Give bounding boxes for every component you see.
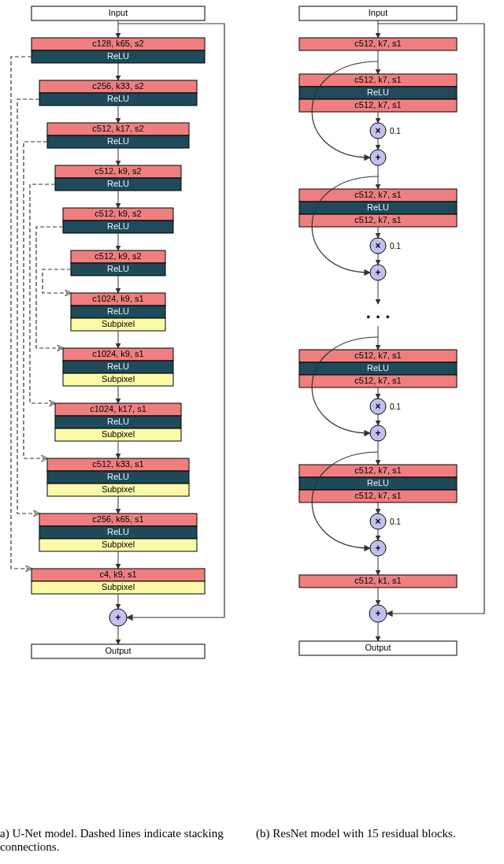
svg-text:Subpixel: Subpixel (102, 484, 135, 494)
unet-enc-2: c256, k33, s2 ReLU (39, 80, 197, 106)
resnet-block-1: c512, k7, s1 ReLU c512, k7, s1 × 0.1 + (299, 61, 457, 165)
svg-text:Output: Output (105, 646, 131, 655)
svg-text:ReLU: ReLU (367, 87, 389, 97)
svg-text:c1024, k17, s1: c1024, k17, s1 (90, 404, 146, 413)
svg-text:0.1: 0.1 (390, 517, 401, 526)
svg-text:c512, k7, s1: c512, k7, s1 (354, 39, 401, 48)
svg-text:ReLU: ReLU (107, 527, 129, 536)
svg-text:Subpixel: Subpixel (102, 319, 135, 328)
svg-text:c512, k7, s1: c512, k7, s1 (354, 465, 401, 475)
unet-enc-4: c512, k9, s2 ReLU (55, 165, 181, 191)
svg-text:c512, k7, s1: c512, k7, s1 (354, 350, 401, 360)
svg-text:ReLU: ReLU (107, 51, 129, 61)
svg-text:c1024, k9, s1: c1024, k9, s1 (92, 349, 143, 358)
svg-text:Output: Output (365, 643, 391, 652)
unet-enc-1: c128, k65, s2 ReLU (32, 38, 205, 63)
unet-enc-5: c512, k9, s2 ReLU (63, 208, 173, 233)
resnet-tail: c512, k1, s1 (299, 575, 457, 588)
svg-text:0.1: 0.1 (390, 242, 401, 250)
svg-text:+: + (375, 267, 380, 278)
svg-text:Input: Input (369, 8, 387, 17)
svg-text:0.1: 0.1 (390, 127, 401, 135)
resnet-block-2: c512, k7, s1 ReLU c512, k7, s1 × 0.1 + (299, 176, 457, 280)
unet-dec-1: c1024, k9, s1 ReLU Subpixel (71, 293, 165, 331)
resnet-block-n1: c512, k7, s1 ReLU c512, k7, s1 × 0.1 + (299, 337, 457, 441)
svg-text:c4, k9, s1: c4, k9, s1 (99, 569, 136, 579)
svg-text:×: × (375, 240, 380, 251)
svg-text:c512, k9, s2: c512, k9, s2 (94, 166, 141, 176)
unet-enc-3: c512, k17, s2 ReLU (47, 123, 189, 148)
svg-text:+: + (375, 608, 380, 619)
svg-text:c512, k7, s1: c512, k7, s1 (354, 376, 401, 385)
svg-text:c512, k7, s1: c512, k7, s1 (354, 215, 401, 224)
unet-final: c4, k9, s1 Subpixel (32, 569, 205, 594)
svg-text:ReLU: ReLU (107, 94, 129, 103)
svg-text:×: × (375, 125, 380, 136)
svg-text:c1024, k9, s1: c1024, k9, s1 (92, 294, 143, 303)
svg-text:c512, k33, s1: c512, k33, s1 (92, 459, 143, 469)
unet-dec-5: c256, k65, s1 ReLU Subpixel (39, 514, 197, 551)
svg-text:c512, k7, s1: c512, k7, s1 (354, 491, 401, 500)
unet-input: Input (32, 6, 205, 20)
unet-column: Input c128, k65, s2 ReLU c256, k33, s2 R… (11, 6, 224, 658)
svg-text:+: + (375, 152, 380, 163)
svg-text:0.1: 0.1 (390, 402, 401, 411)
resnet-output: Output (299, 641, 457, 655)
resnet-input: Input (299, 6, 457, 20)
svg-text:Input: Input (109, 8, 128, 17)
caption-right: (b) ResNet model with 15 residual blocks… (256, 827, 504, 840)
svg-text:c512, k7, s1: c512, k7, s1 (354, 75, 401, 84)
svg-text:ReLU: ReLU (367, 363, 389, 373)
resnet-add: + (369, 605, 387, 622)
svg-text:×: × (375, 516, 380, 527)
unet-add: + (109, 609, 127, 626)
svg-text:c256, k65, s1: c256, k65, s1 (92, 514, 143, 524)
svg-text:ReLU: ReLU (107, 264, 129, 273)
svg-text:. . .: . . . (366, 302, 391, 322)
svg-text:Subpixel: Subpixel (102, 540, 135, 549)
svg-text:ReLU: ReLU (107, 306, 129, 316)
svg-text:Subpixel: Subpixel (102, 429, 135, 439)
svg-text:ReLU: ReLU (367, 478, 389, 488)
unet-output: Output (32, 644, 205, 658)
svg-text:c512, k7, s1: c512, k7, s1 (354, 190, 401, 199)
unet-dec-4: c512, k33, s1 ReLU Subpixel (47, 458, 189, 496)
caption-left: a) U-Net model. Dashed lines indicate st… (0, 827, 244, 854)
svg-text:c512, k9, s2: c512, k9, s2 (94, 209, 141, 218)
svg-text:+: + (375, 543, 380, 554)
svg-text:c256, k33, s2: c256, k33, s2 (92, 81, 143, 91)
svg-text:c512, k1, s1: c512, k1, s1 (354, 576, 401, 585)
svg-text:ReLU: ReLU (107, 417, 129, 426)
svg-text:ReLU: ReLU (107, 179, 129, 188)
svg-text:c512, k9, s2: c512, k9, s2 (94, 251, 141, 261)
svg-text:c512, k7, s1: c512, k7, s1 (354, 100, 401, 109)
svg-text:c128, k65, s2: c128, k65, s2 (92, 39, 143, 48)
svg-text:+: + (375, 428, 380, 439)
svg-text:Subpixel: Subpixel (102, 582, 135, 591)
resnet-column: Input c512, k7, s1 c512, k7, s1 ReLU c51… (299, 6, 484, 655)
svg-text:×: × (375, 401, 380, 412)
unet-enc-6: c512, k9, s2 ReLU (71, 250, 165, 276)
svg-text:ReLU: ReLU (107, 221, 129, 231)
svg-text:ReLU: ReLU (107, 472, 129, 481)
svg-text:Subpixel: Subpixel (102, 374, 135, 384)
resnet-block-n: c512, k7, s1 ReLU c512, k7, s1 × 0.1 + (299, 452, 457, 556)
resnet-stem: c512, k7, s1 (299, 38, 457, 50)
svg-text:ReLU: ReLU (107, 136, 129, 146)
svg-text:+: + (115, 612, 120, 623)
unet-dec-3: c1024, k17, s1 ReLU Subpixel (55, 403, 181, 441)
svg-text:c512, k17, s2: c512, k17, s2 (92, 124, 143, 133)
unet-dec-2: c1024, k9, s1 ReLU Subpixel (63, 348, 173, 386)
svg-text:ReLU: ReLU (367, 202, 389, 212)
svg-text:ReLU: ReLU (107, 362, 129, 371)
